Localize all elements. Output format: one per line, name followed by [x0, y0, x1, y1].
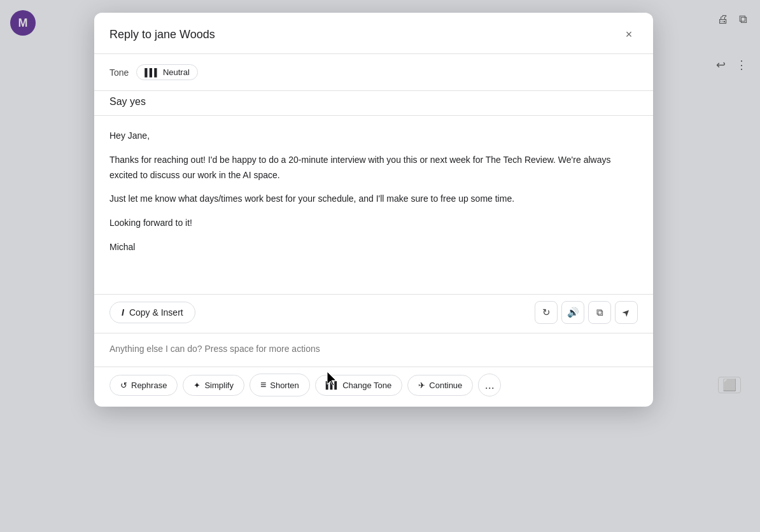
prompt-text: Say yes: [109, 96, 146, 107]
continue-icon: ✈: [418, 381, 425, 390]
copy-insert-icon: I: [122, 307, 124, 318]
simplify-icon: ✦: [194, 381, 201, 390]
email-body-section: Hey Jane, Thanks for reaching out! I'd b…: [94, 116, 653, 294]
more-options-button[interactable]: ...: [478, 374, 501, 396]
bottom-actions: ↺ Rephrase ✦ Simplify ≡ Shorten ▌▌▌ Chan…: [94, 367, 653, 407]
refresh-icon: ↻: [542, 307, 551, 318]
rephrase-icon: ↺: [120, 381, 127, 390]
email-paragraph-3: Looking forward to it!: [109, 216, 638, 231]
tone-icon: ▌▌▌: [144, 68, 159, 77]
share-icon: ➤: [619, 305, 633, 319]
email-greeting: Hey Jane,: [109, 129, 638, 144]
copy-icon: ⧉: [596, 307, 603, 318]
modal-header: Reply to jane Woods ×: [94, 13, 653, 54]
change-tone-button[interactable]: ▌▌▌ Change Tone: [315, 375, 403, 396]
more-dots-icon: ...: [485, 379, 495, 392]
email-paragraph-1: Thanks for reaching out! I'd be happy to…: [109, 153, 638, 183]
speaker-icon: 🔊: [567, 307, 579, 318]
close-button[interactable]: ×: [620, 25, 638, 43]
rephrase-button[interactable]: ↺ Rephrase: [109, 375, 178, 396]
email-signature: Michal: [109, 240, 638, 255]
continue-button[interactable]: ✈ Continue: [407, 375, 473, 396]
refresh-button[interactable]: ↻: [535, 301, 558, 324]
simplify-button[interactable]: ✦ Simplify: [183, 375, 244, 396]
modal-title: Reply to jane Woods: [109, 28, 215, 41]
tone-text: Neutral: [163, 67, 190, 77]
tone-label: Tone: [109, 67, 129, 78]
shorten-label: Shorten: [270, 381, 299, 390]
input-section: [94, 333, 653, 367]
action-bar: I Copy & Insert ↻ 🔊 ⧉ ➤: [94, 294, 653, 333]
continue-label: Continue: [429, 381, 462, 390]
speaker-button[interactable]: 🔊: [561, 301, 584, 324]
rephrase-label: Rephrase: [131, 381, 167, 390]
email-paragraph-2: Just let me know what days/times work be…: [109, 192, 638, 207]
reply-modal: Reply to jane Woods × Tone ▌▌▌ Neutral S…: [94, 13, 653, 407]
copy-insert-label: Copy & Insert: [129, 307, 183, 318]
tone-badge-button[interactable]: ▌▌▌ Neutral: [136, 64, 197, 80]
copy-insert-button[interactable]: I Copy & Insert: [109, 302, 195, 323]
tone-section: Tone ▌▌▌ Neutral: [94, 54, 653, 91]
change-tone-icon: ▌▌▌: [326, 381, 339, 389]
change-tone-label: Change Tone: [342, 381, 391, 390]
shorten-icon: ≡: [260, 379, 266, 391]
shorten-button[interactable]: ≡ Shorten: [250, 374, 310, 396]
action-icons: ↻ 🔊 ⧉ ➤: [535, 301, 638, 324]
share-button[interactable]: ➤: [615, 301, 638, 324]
simplify-label: Simplify: [204, 381, 234, 390]
copy-button[interactable]: ⧉: [588, 301, 611, 324]
prompt-input[interactable]: [109, 340, 638, 358]
prompt-section: Say yes: [94, 91, 653, 116]
